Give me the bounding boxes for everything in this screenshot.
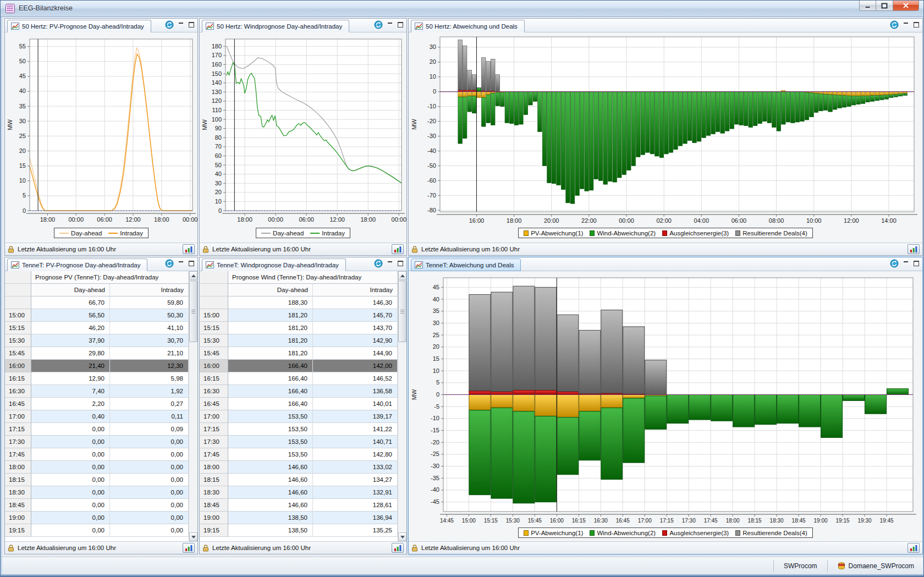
table-row[interactable]: 188,30146,30 <box>200 296 398 309</box>
chart-button[interactable] <box>183 543 195 553</box>
table-row[interactable]: 18:15146,60134,27 <box>200 474 398 486</box>
table-row[interactable]: 17:450,000,00 <box>5 448 189 461</box>
cell-value: 133,02 <box>313 461 398 474</box>
refresh-icon[interactable] <box>890 259 899 268</box>
table-row[interactable]: 15:1546,2041,10 <box>5 322 189 334</box>
scrollbar-thumb[interactable] <box>189 281 197 342</box>
table-row[interactable]: 15:30181,20142,90 <box>200 334 398 347</box>
panel-minimize-icon[interactable] <box>387 22 393 28</box>
scroll-down-arrow[interactable] <box>189 532 197 541</box>
panel-maximize-icon[interactable] <box>914 22 919 28</box>
panel-maximize-icon[interactable] <box>398 22 403 28</box>
panel-minimize-icon[interactable] <box>903 261 909 267</box>
tab-50hertz-pv[interactable]: 50 Hertz: PV-Prognose Day-ahead/Intraday <box>7 20 151 32</box>
scroll-up-arrow[interactable] <box>398 271 406 280</box>
tab-50hertz-abweichung[interactable]: 50 Hertz: Abweichung und Deals <box>411 20 525 32</box>
svg-text:MW: MW <box>7 119 13 130</box>
table-row[interactable]: 18:450,000,00 <box>5 499 189 512</box>
scroll-up-arrow[interactable] <box>189 271 197 280</box>
table-row[interactable]: 16:30166,40136,58 <box>200 385 398 398</box>
table-row[interactable]: 19:000,000,00 <box>5 512 189 524</box>
table-row[interactable]: 18:00146,60133,02 <box>200 461 398 474</box>
scrollbar-thumb[interactable] <box>398 281 406 342</box>
table-row[interactable]: 18:150,000,00 <box>5 474 189 486</box>
chart-area: 454035302520151050-5-10-15-20-25-30-35-4… <box>409 271 922 541</box>
window-close-button[interactable] <box>893 1 919 11</box>
table-row[interactable]: 18:30146,60132,91 <box>200 486 398 499</box>
table-row[interactable]: 15:45181,20144,90 <box>200 347 398 360</box>
table-row[interactable]: 17:000,400,11 <box>5 410 189 423</box>
cell-value: 0,00 <box>31 512 110 524</box>
table-row[interactable]: 16:15166,40146,52 <box>200 372 398 385</box>
svg-text:06:00: 06:00 <box>299 216 314 223</box>
table-row[interactable]: 15:15181,20143,70 <box>200 322 398 334</box>
refresh-icon[interactable] <box>374 20 383 29</box>
cell-value: 145,70 <box>313 309 398 322</box>
panel-maximize-icon[interactable] <box>189 22 194 28</box>
vertical-scrollbar[interactable] <box>189 271 197 541</box>
table-row[interactable]: 16:307,401,92 <box>5 385 189 398</box>
table-row[interactable]: 19:00138,50136,94 <box>200 512 398 524</box>
statusbar-domain: Domaene_SWProcom <box>829 562 923 570</box>
vertical-scrollbar[interactable] <box>398 271 406 541</box>
table-row[interactable]: 17:300,000,00 <box>5 436 189 448</box>
cell-value: 0,00 <box>110 436 189 448</box>
table-row[interactable]: 17:15153,50141,22 <box>200 423 398 436</box>
scroll-down-arrow[interactable] <box>398 532 406 541</box>
table-row[interactable]: 16:45166,40140,01 <box>200 398 398 410</box>
table-row[interactable]: 17:30153,50140,71 <box>200 436 398 448</box>
row-time: 16:45 <box>200 398 228 410</box>
window-titlebar[interactable]: EEG-Bilanzkreise <box>1 1 923 17</box>
table-row[interactable]: 17:150,000,09 <box>5 423 189 436</box>
table-row[interactable]: 15:00181,20145,70 <box>200 309 398 322</box>
refresh-icon[interactable] <box>890 20 899 29</box>
table-row[interactable]: 66,7059,80 <box>5 296 189 309</box>
tab-tennet-abweichung[interactable]: TenneT: Abweichung und Deals <box>411 259 521 271</box>
window-minimize-button[interactable] <box>859 1 876 11</box>
panel-minimize-icon[interactable] <box>178 261 184 267</box>
tab-tennet-pv[interactable]: TenneT: PV-Prognose Day-ahead/Intraday <box>7 259 147 271</box>
bar-chart-icon <box>394 545 402 552</box>
table-row[interactable]: 19:150,000,00 <box>5 524 189 537</box>
column-header: Day-ahead <box>228 284 313 296</box>
table-row[interactable]: 16:1512,905,98 <box>5 372 189 385</box>
chart-button[interactable] <box>392 543 404 553</box>
table-row[interactable]: 17:00153,50139,17 <box>200 410 398 423</box>
table-row[interactable]: 15:4529,8021,10 <box>5 347 189 360</box>
chart-button[interactable] <box>392 244 404 254</box>
legend-item: Resultierende Deals(4) <box>735 230 807 237</box>
table-row[interactable]: 16:0021,4012,30 <box>5 360 189 372</box>
svg-text:18:00: 18:00 <box>40 216 56 223</box>
svg-text:-30: -30 <box>431 463 439 469</box>
refresh-icon[interactable] <box>165 259 174 268</box>
legend-label: Resultierende Deals(4) <box>743 230 807 237</box>
refresh-icon[interactable] <box>374 259 383 268</box>
legend-label: Intraday <box>120 230 143 237</box>
svg-text:110: 110 <box>212 107 222 113</box>
table-row[interactable]: 17:45153,50142,80 <box>200 448 398 461</box>
table-row[interactable]: 19:15138,50135,25 <box>200 524 398 537</box>
table-row[interactable]: 16:452,200,27 <box>5 398 189 410</box>
table-row[interactable]: 18:300,000,00 <box>5 486 189 499</box>
svg-text:06:00: 06:00 <box>97 216 112 223</box>
table-row[interactable]: 18:000,000,00 <box>5 461 189 474</box>
table-row[interactable]: 15:3037,9030,70 <box>5 334 189 347</box>
panel-minimize-icon[interactable] <box>903 22 909 28</box>
chart-button[interactable] <box>908 244 920 254</box>
panel-maximize-icon[interactable] <box>398 261 403 266</box>
panel-maximize-icon[interactable] <box>914 261 919 266</box>
table-row[interactable]: 16:00166,40142,00 <box>200 360 398 372</box>
table-row[interactable]: 18:45146,60128,61 <box>200 499 398 512</box>
panel-minimize-icon[interactable] <box>387 261 393 267</box>
tab-tennet-wind[interactable]: TenneT: Windprognose Day-ahead/Intraday <box>202 259 346 271</box>
chart-button[interactable] <box>908 543 920 553</box>
row-time: 17:00 <box>5 410 31 423</box>
table-row[interactable]: 15:0056,5050,30 <box>5 309 189 322</box>
legend-item: PV-Abweichung(1) <box>524 530 583 536</box>
panel-maximize-icon[interactable] <box>189 261 194 266</box>
refresh-icon[interactable] <box>165 20 174 29</box>
panel-minimize-icon[interactable] <box>178 22 184 28</box>
chart-button[interactable] <box>183 244 195 254</box>
tab-50hertz-wind[interactable]: 50 Hertz: Windprognose Day-ahead/Intrada… <box>202 20 349 32</box>
window-maximize-button[interactable] <box>876 1 893 11</box>
